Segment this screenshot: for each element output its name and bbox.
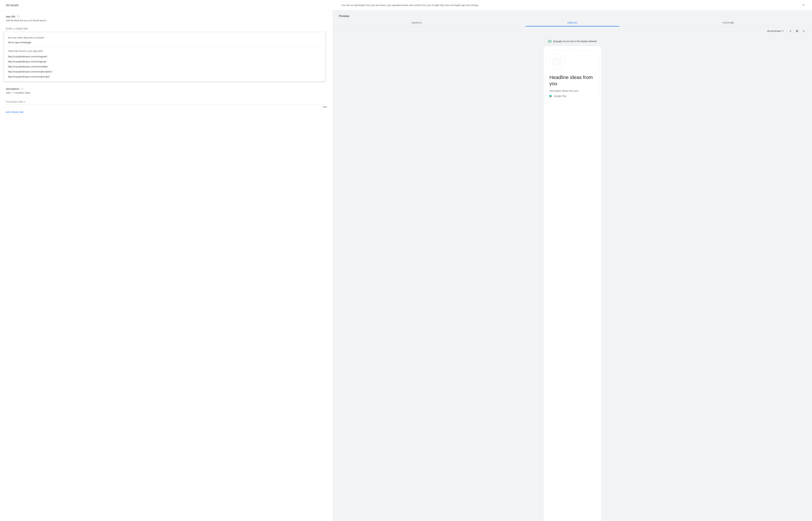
header-title: Ad assets <box>6 4 19 7</box>
preview-stage: Headline ideas from you Description idea… <box>333 43 812 521</box>
char-count: 0/90 <box>6 105 327 108</box>
deep-link-item[interactable]: http://crazybirdmaze.com/m/subscribe/ <box>4 74 326 79</box>
svg-rect-4 <box>550 41 551 42</box>
app-url-label-row: App URL ? <box>6 15 327 18</box>
prev-button[interactable] <box>788 28 793 33</box>
descriptions-label-row: Descriptions ? <box>6 87 327 90</box>
store-label: Google Play <box>554 95 566 97</box>
ad-assets-header: Ad assets Your ads are generated from yo… <box>0 0 812 10</box>
svg-point-7 <box>555 60 559 64</box>
help-icon[interactable]: ? <box>17 15 20 18</box>
tab-youtube[interactable]: YOUTUBE <box>650 19 806 26</box>
deep-link-input[interactable]: Enter a deep link <box>6 26 327 32</box>
caret-down-icon <box>782 30 784 31</box>
app-url-label: App URL <box>6 15 16 18</box>
pause-icon <box>795 29 799 33</box>
preview-description: Description ideas from you <box>549 89 596 92</box>
chevron-right-icon <box>802 29 806 33</box>
preview-headline: Headline ideas from you <box>549 74 596 87</box>
left-panel: App URL ? Add the deep link your ad shou… <box>0 10 333 521</box>
phone-frame: Headline ideas from you Description idea… <box>543 46 602 521</box>
tab-search[interactable]: SEARCH <box>339 19 495 26</box>
deep-link-dropdown: Not sure which deep link to include? Set… <box>4 32 326 82</box>
svg-rect-0 <box>796 30 797 32</box>
preview-controls: All ad formats <box>333 26 812 36</box>
deep-link-list: http://crazybirdmaze.com/m/register/ htt… <box>4 54 326 79</box>
store-row: Google Play <box>549 94 596 98</box>
ad-format-select[interactable]: All ad formats <box>765 29 785 33</box>
chevron-left-icon <box>789 29 792 33</box>
google-play-icon <box>549 94 552 98</box>
deep-link-item[interactable]: http://crazybirdmaze.com/m/subscription/ <box>4 69 326 74</box>
ad-format-label: All ad formats <box>767 30 781 32</box>
descriptions-label: Descriptions <box>6 87 19 90</box>
app-icon-placeholder <box>549 54 564 69</box>
tab-display[interactable]: DISPLAY <box>495 19 650 26</box>
descriptions-section: Descriptions ? Add 1 - 5 headline ideas … <box>6 87 327 113</box>
help-icon[interactable]: ? <box>21 88 23 90</box>
header-subtitle: Your ads are generated from your text id… <box>23 4 797 6</box>
deep-link-item[interactable]: http://crazybirdmaze.com/m/register/ <box>4 54 326 59</box>
display-network-icon <box>548 40 552 43</box>
app-url-hint: Add the deep link your ad should lead to <box>6 19 327 22</box>
svg-rect-3 <box>549 41 550 41</box>
svg-rect-1 <box>797 30 798 32</box>
ad-card: Headline ideas from you Description idea… <box>546 51 599 98</box>
preview-title: Preview <box>333 10 812 19</box>
example-caption: Example of your ad on the Display Networ… <box>333 40 812 43</box>
svg-rect-8 <box>553 58 561 66</box>
preview-tabs: SEARCH DISPLAY YOUTUBE <box>333 19 812 26</box>
example-word: Example <box>553 40 562 43</box>
svg-rect-5 <box>549 41 550 42</box>
preview-panel: Preview SEARCH DISPLAY YOUTUBE All ad fo… <box>333 10 812 521</box>
svg-point-6 <box>553 58 560 66</box>
pause-button[interactable] <box>794 28 799 33</box>
description-input-row <box>6 99 327 105</box>
description-input-1[interactable] <box>6 99 327 105</box>
descriptions-hint: Add 1 - 5 headline ideas <box>6 91 327 94</box>
placeholder-icon <box>552 57 562 67</box>
set-homepage-action[interactable]: Set to app homepage <box>4 40 326 47</box>
deep-link-item[interactable]: http://crazybirdmaze.com/m/monthly/ <box>4 64 326 69</box>
deep-link-item[interactable]: http://crazybirdmaze.com/m/signup/ <box>4 59 326 64</box>
add-headline-button[interactable]: ADD HEADLINE <box>6 111 327 113</box>
collapse-button[interactable] <box>801 3 806 8</box>
deep-links-found-label: Deep links found in your app (345) <box>4 47 326 54</box>
deep-link-unsure-hint: Not sure which deep link to include? <box>4 33 326 40</box>
main-layout: App URL ? Add the deep link your ad shou… <box>0 10 812 521</box>
next-button[interactable] <box>801 28 806 33</box>
chevron-up-icon <box>802 3 806 7</box>
example-suffix: of your ad on the Display Network <box>563 40 597 43</box>
